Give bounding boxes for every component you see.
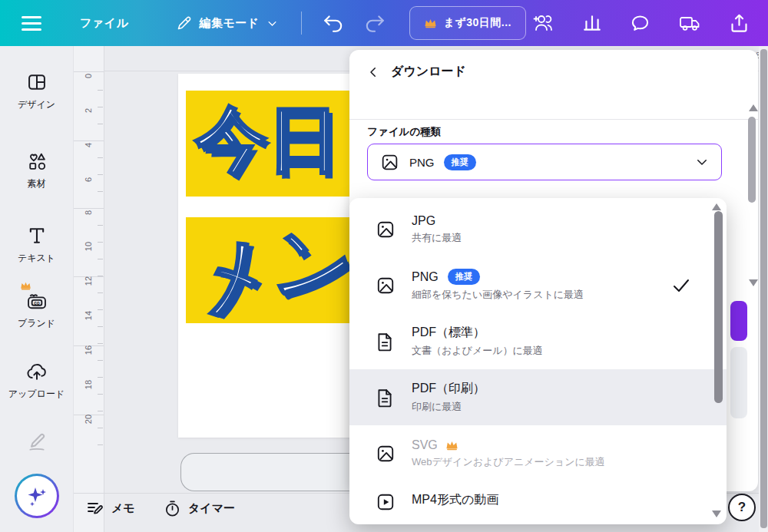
ruler-number: 16: [84, 336, 93, 364]
dropdown-item-pdf-print[interactable]: PDF（印刷） 印刷に最適: [349, 369, 727, 425]
item-title: JPG: [412, 214, 462, 228]
elements-icon: [26, 150, 48, 172]
item-description: 文書（およびメール）に最適: [412, 344, 543, 358]
dropdown-item-png[interactable]: PNG 推奨 細部を保ちたい画像やイラストに最適: [349, 257, 727, 313]
sidebar-item-uploads[interactable]: アップロード: [0, 361, 73, 401]
sidebar-item-text[interactable]: テキスト: [0, 225, 73, 265]
edit-mode-label: 編集モード: [199, 16, 259, 31]
ruler-number: 18: [84, 371, 93, 398]
dropdown-scrollbar-thumb[interactable]: [714, 211, 723, 403]
ruler-number: 20: [84, 405, 93, 433]
file-type-select[interactable]: PNG 推奨: [367, 144, 722, 180]
ruler-number: 0: [84, 62, 93, 90]
item-title: SVG: [412, 438, 438, 452]
edit-mode-button[interactable]: 編集モード: [176, 15, 277, 31]
document-file-icon: [376, 332, 396, 352]
download-button-partial[interactable]: [730, 301, 747, 341]
crown-icon: [424, 18, 437, 28]
magic-assistant-button[interactable]: [15, 474, 59, 518]
check-icon: [671, 277, 691, 294]
sidebar-item-draw[interactable]: [0, 432, 73, 454]
sparkles-icon: [24, 483, 50, 509]
panel-scroll-up[interactable]: [749, 104, 758, 111]
panel-scroll-down[interactable]: [749, 279, 758, 286]
ruler-ticks: [98, 74, 103, 458]
dropdown-scroll-down[interactable]: [712, 511, 721, 517]
comments-icon[interactable]: [630, 13, 650, 34]
recommended-badge: 推奨: [444, 154, 476, 170]
ruler-number: 4: [84, 131, 93, 159]
design-banner-2[interactable]: メン: [186, 217, 353, 323]
window-scrollbar-thumb[interactable]: [760, 49, 767, 528]
notes-button[interactable]: メモ: [86, 500, 135, 517]
image-file-icon: [376, 276, 396, 296]
timer-icon: [164, 500, 181, 517]
crown-icon: [20, 281, 31, 290]
dropdown-item-mp4[interactable]: MP4形式の動画: [349, 481, 727, 524]
text-icon: [26, 225, 48, 246]
panel-scrollbar-thumb[interactable]: [748, 117, 756, 203]
trial-offer-button[interactable]: まず30日間...: [409, 6, 526, 40]
print-delivery-truck-icon[interactable]: [678, 13, 701, 33]
image-file-icon: [380, 153, 399, 172]
file-menu-button[interactable]: ファイル: [80, 16, 128, 31]
page-bottom-bar[interactable]: [180, 453, 355, 491]
sidebar-item-design[interactable]: デザイン: [0, 71, 73, 111]
left-sidebar: デザイン 素材 テキスト co ブランド: [0, 46, 74, 532]
design-icon: [26, 71, 48, 93]
banner1-text: 今日: [195, 97, 339, 183]
ruler-number: 8: [84, 199, 93, 226]
timer-label: タイマー: [188, 501, 235, 516]
dropdown-item-jpg[interactable]: JPG 共有に最適: [349, 202, 727, 257]
undo-button[interactable]: [322, 12, 345, 34]
file-type-label: ファイルの種類: [367, 125, 441, 139]
item-title: PDF（印刷）: [412, 381, 485, 397]
sidebar-item-brand[interactable]: co ブランド: [0, 290, 73, 330]
back-chevron-icon[interactable]: [366, 65, 380, 79]
insights-chart-icon[interactable]: [582, 13, 602, 33]
toolbar-divider: [301, 12, 302, 35]
notes-label: メモ: [111, 501, 135, 516]
download-panel-title: ダウンロード: [391, 64, 466, 80]
item-title: MP4形式の動画: [412, 492, 498, 508]
chevron-down-icon: [695, 155, 709, 169]
sidebar-label-text: テキスト: [18, 252, 55, 265]
sidebar-label-design: デザイン: [18, 98, 55, 111]
ruler-number: 10: [84, 233, 93, 260]
share-icon[interactable]: [729, 13, 750, 34]
selected-file-type: PNG: [409, 156, 435, 169]
brand-icon: co: [25, 290, 48, 312]
help-button[interactable]: ?: [728, 494, 756, 521]
sidebar-item-elements[interactable]: 素材: [0, 150, 73, 190]
timer-button[interactable]: タイマー: [164, 500, 235, 517]
toolbar-right-icons: [531, 12, 750, 34]
draw-pencil-icon: [26, 432, 48, 454]
panel-divider: [349, 119, 758, 120]
download-panel-header: ダウンロード: [349, 50, 758, 94]
question-mark-icon: ?: [738, 500, 746, 515]
crown-icon: [445, 440, 458, 451]
sidebar-label-brand: ブランド: [18, 317, 55, 330]
image-file-icon: [376, 444, 396, 464]
dropdown-item-svg[interactable]: SVG Webデザインおよびアニメーションに最適: [349, 425, 727, 481]
item-description: Webデザインおよびアニメーションに最適: [412, 455, 605, 469]
image-file-icon: [376, 220, 396, 240]
document-file-icon: [376, 388, 396, 408]
svg-text:co: co: [34, 300, 40, 306]
menu-icon[interactable]: [22, 12, 41, 35]
chevron-down-icon: [266, 18, 278, 29]
dropdown-scroll-up[interactable]: [712, 203, 721, 210]
secondary-button-partial[interactable]: [730, 347, 747, 418]
ruler-number: 6: [84, 166, 93, 193]
redo-button[interactable]: [363, 12, 386, 34]
item-description: 印刷に最適: [412, 400, 485, 414]
ruler-number: 2: [84, 97, 93, 124]
dropdown-item-pdf-standard[interactable]: PDF（標準） 文書（およびメール）に最適: [349, 313, 727, 369]
notes-icon: [86, 500, 104, 517]
design-banner-1[interactable]: 今日: [186, 91, 353, 197]
trial-offer-label: まず30日間...: [444, 16, 511, 30]
cloud-upload-icon: [25, 361, 48, 382]
ruler-number: 14: [84, 302, 93, 329]
invite-members-icon[interactable]: [531, 12, 554, 34]
pencil-icon: [176, 15, 192, 31]
